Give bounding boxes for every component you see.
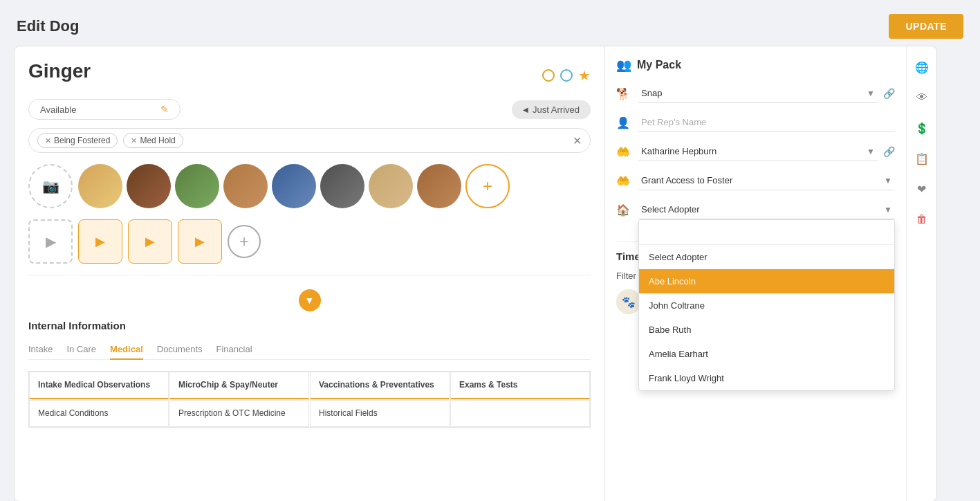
internal-info-title: Internal Information bbox=[28, 320, 591, 331]
photo-7[interactable] bbox=[369, 164, 413, 208]
update-button[interactable]: UPDATE bbox=[889, 14, 963, 39]
add-video-button[interactable]: + bbox=[228, 225, 261, 258]
eye-icon[interactable]: 👁 bbox=[912, 88, 932, 107]
foster-field-row: 🤲 Katharine Hepburn ▼ 🔗 bbox=[616, 142, 895, 161]
medical-cell-vaccinations[interactable]: Vaccinations & Preventatives bbox=[310, 372, 450, 399]
medical-cell-conditions[interactable]: Medical Conditions bbox=[29, 400, 169, 427]
tab-medical[interactable]: Medical bbox=[110, 340, 143, 360]
photo-3[interactable] bbox=[175, 164, 219, 208]
pet-rep-placeholder: Pet Rep's Name bbox=[641, 117, 706, 127]
tag-being-fostered: ✕ Being Fostered bbox=[37, 133, 118, 148]
medical-cell-intake-obs[interactable]: Intake Medical Observations bbox=[29, 372, 169, 399]
status-badge: Available ✎ bbox=[28, 99, 181, 120]
circle-icon-1[interactable] bbox=[542, 69, 555, 82]
person-icon: 👤 bbox=[616, 116, 633, 129]
arrived-text: Just Arrived bbox=[533, 104, 580, 115]
video-thumb-3[interactable]: ▶ bbox=[178, 219, 222, 264]
tags-container: ✕ Being Fostered ✕ Med Hold ✕ bbox=[28, 128, 591, 153]
tag-label-being-fostered: Being Fostered bbox=[54, 136, 110, 145]
dollar-icon[interactable]: 💲 bbox=[912, 118, 932, 138]
tab-documents[interactable]: Documents bbox=[157, 340, 203, 360]
trash-icon[interactable]: 🗑 bbox=[912, 210, 932, 229]
video-thumb-1[interactable]: ▶ bbox=[78, 219, 122, 264]
videos-section: ▶ ▶ ▶ ▶ + bbox=[28, 219, 591, 275]
filter-label: Filter bbox=[616, 271, 636, 281]
pet-rep-field-row: 👤 Pet Rep's Name bbox=[616, 113, 895, 132]
video-thumb-2[interactable]: ▶ bbox=[128, 219, 172, 264]
snap-select-display[interactable]: Snap ▼ bbox=[638, 84, 878, 103]
add-photo-placeholder[interactable]: 📷 bbox=[28, 164, 73, 208]
grant-access-display[interactable]: Grant Access to Foster ▼ bbox=[638, 171, 895, 190]
photo-2[interactable] bbox=[127, 164, 171, 208]
tabs-row: Intake In Care Medical Documents Financi… bbox=[28, 340, 591, 360]
snap-field-row: 🐕 Snap ▼ 🔗 bbox=[616, 84, 895, 103]
adopter-dropdown-arrow: ▼ bbox=[884, 205, 892, 215]
photo-4[interactable] bbox=[223, 164, 268, 208]
name-icons: ★ bbox=[542, 67, 591, 84]
tag-label-med-hold: Med Hold bbox=[140, 136, 175, 145]
select-adopter-display[interactable]: Select Adopter ▼ bbox=[638, 200, 895, 219]
foster-select-display[interactable]: Katharine Hepburn ▼ bbox=[638, 142, 878, 161]
edit-status-icon[interactable]: ✎ bbox=[160, 104, 169, 115]
adopter-option-placeholder[interactable]: Select Adopter bbox=[639, 245, 894, 269]
right-sidebar: 🌐 👁 💲 📋 ❤ 🗑 bbox=[906, 46, 936, 501]
tab-intake[interactable]: Intake bbox=[28, 340, 53, 360]
adopter-dropdown: Select Adopter Abe Lincoln John Coltrane… bbox=[638, 219, 895, 391]
medical-grid: Intake Medical Observations MicroChip & … bbox=[28, 371, 591, 428]
tag-med-hold: ✕ Med Hold bbox=[123, 133, 183, 148]
adopter-option-frank-lloyd-wright[interactable]: Frank Lloyd Wright bbox=[639, 366, 894, 390]
grant-access-field-row: 🤲 Grant Access to Foster ▼ bbox=[616, 171, 895, 190]
copy-icon[interactable]: 📋 bbox=[912, 149, 932, 168]
medical-cell-prescription[interactable]: Prescription & OTC Medicine bbox=[169, 400, 309, 427]
adopter-option-john-coltrane[interactable]: John Coltrane bbox=[639, 293, 894, 318]
add-photo-button[interactable]: + bbox=[465, 164, 510, 208]
globe-icon[interactable]: 🌐 bbox=[912, 57, 932, 77]
adopter-search-input[interactable] bbox=[639, 220, 894, 245]
circle-icon-2[interactable] bbox=[560, 69, 573, 82]
home-icon: 🏠 bbox=[616, 203, 633, 217]
foster-link-icon[interactable]: 🔗 bbox=[883, 146, 895, 157]
photo-1[interactable] bbox=[78, 164, 122, 208]
my-pack-title-text: My Pack bbox=[637, 59, 681, 71]
foster-name: Katharine Hepburn bbox=[641, 146, 716, 156]
adopter-option-amelia-earhart[interactable]: Amelia Earhart bbox=[639, 342, 894, 366]
photo-8[interactable] bbox=[417, 164, 461, 208]
photos-section: 📷 + bbox=[28, 164, 591, 208]
tab-in-care[interactable]: In Care bbox=[66, 340, 96, 360]
tags-close-icon[interactable]: ✕ bbox=[573, 134, 582, 147]
dog-face-icon: 🐕 bbox=[616, 87, 633, 100]
pack-icon: 👥 bbox=[616, 57, 631, 73]
dog-name: Ginger bbox=[28, 60, 91, 82]
tab-financial[interactable]: Financial bbox=[216, 340, 252, 360]
tag-remove-med-hold[interactable]: ✕ bbox=[131, 136, 137, 145]
camera-icon: 📷 bbox=[42, 178, 59, 194]
medical-cell-empty bbox=[450, 400, 590, 427]
collapse-row: ▼ bbox=[28, 289, 591, 311]
photo-5[interactable] bbox=[272, 164, 316, 208]
right-main-content: 👥 My Pack 🐕 Snap ▼ 🔗 👤 Pet Rep's Name bbox=[605, 46, 906, 501]
tag-remove-being-fostered[interactable]: ✕ bbox=[45, 136, 51, 145]
snap-dropdown-arrow: ▼ bbox=[867, 89, 875, 98]
adopter-option-abe-lincoln[interactable]: Abe Lincoln bbox=[639, 269, 894, 293]
arrived-badge: Just Arrived bbox=[512, 100, 591, 119]
pet-rep-display[interactable]: Pet Rep's Name bbox=[638, 113, 895, 132]
snap-link-icon[interactable]: 🔗 bbox=[883, 88, 895, 99]
left-panel: Ginger ★ Available ✎ Just Arrived ✕ Bein… bbox=[14, 46, 605, 501]
star-icon[interactable]: ★ bbox=[578, 67, 591, 84]
photo-6[interactable] bbox=[320, 164, 364, 208]
my-pack-header: 👥 My Pack bbox=[616, 57, 895, 73]
medical-cell-microchip[interactable]: MicroChip & Spay/Neuter bbox=[169, 372, 309, 399]
grant-access-icon: 🤲 bbox=[616, 174, 633, 188]
select-adopter-field-row: 🏠 Select Adopter ▼ Select Adopter Abe Li… bbox=[616, 200, 895, 219]
video-camera-icon: ▶ bbox=[46, 233, 56, 250]
right-panel: 👥 My Pack 🐕 Snap ▼ 🔗 👤 Pet Rep's Name bbox=[605, 46, 937, 501]
adopter-option-babe-ruth[interactable]: Babe Ruth bbox=[639, 318, 894, 342]
collapse-button[interactable]: ▼ bbox=[299, 289, 321, 311]
medical-cell-historical[interactable]: Historical Fields bbox=[310, 400, 450, 427]
medical-cell-exams[interactable]: Exams & Tests bbox=[450, 372, 590, 399]
heart-icon[interactable]: ❤ bbox=[912, 179, 932, 199]
foster-icon: 🤲 bbox=[616, 145, 633, 158]
grant-access-label: Grant Access to Foster bbox=[641, 175, 732, 185]
add-video-placeholder[interactable]: ▶ bbox=[28, 219, 73, 264]
select-adopter-label: Select Adopter bbox=[641, 204, 700, 215]
